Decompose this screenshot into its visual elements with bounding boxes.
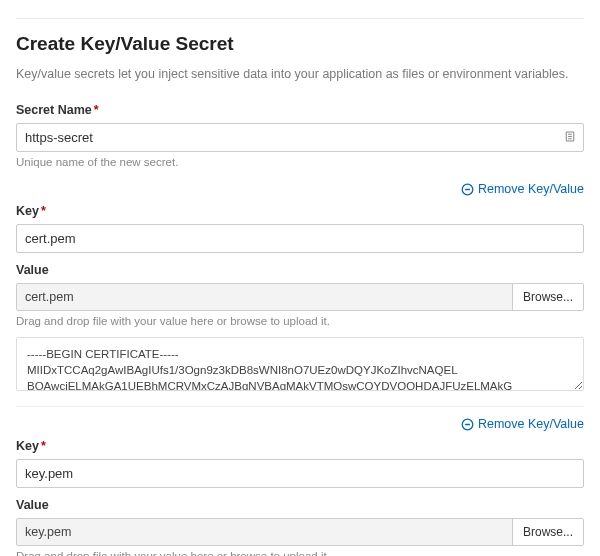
form-icon [564, 130, 576, 145]
secret-name-input[interactable] [16, 123, 584, 152]
key-label: Key* [16, 439, 584, 453]
kv-block: Remove Key/Value Key* Value cert.pem Bro… [16, 182, 584, 394]
minus-circle-icon [461, 183, 474, 196]
page-title: Create Key/Value Secret [16, 33, 584, 55]
remove-key-value-link[interactable]: Remove Key/Value [461, 417, 584, 431]
key-input[interactable] [16, 224, 584, 253]
value-label: Value [16, 263, 584, 277]
browse-button[interactable]: Browse... [512, 284, 583, 310]
file-name-display: cert.pem [17, 284, 512, 310]
drag-help-text: Drag and drop file with your value here … [16, 315, 584, 327]
minus-circle-icon [461, 418, 474, 431]
secret-name-help: Unique name of the new secret. [16, 156, 584, 168]
value-label: Value [16, 498, 584, 512]
key-label: Key* [16, 204, 584, 218]
secret-name-label: Secret Name* [16, 103, 584, 117]
key-input[interactable] [16, 459, 584, 488]
page-subtitle: Key/value secrets let you inject sensiti… [16, 67, 584, 81]
browse-button[interactable]: Browse... [512, 519, 583, 545]
file-name-display: key.pem [17, 519, 512, 545]
remove-key-value-link[interactable]: Remove Key/Value [461, 182, 584, 196]
drag-help-text: Drag and drop file with your value here … [16, 550, 584, 556]
value-textarea[interactable] [16, 337, 584, 391]
kv-block: Remove Key/Value Key* Value key.pem Brow… [16, 417, 584, 556]
